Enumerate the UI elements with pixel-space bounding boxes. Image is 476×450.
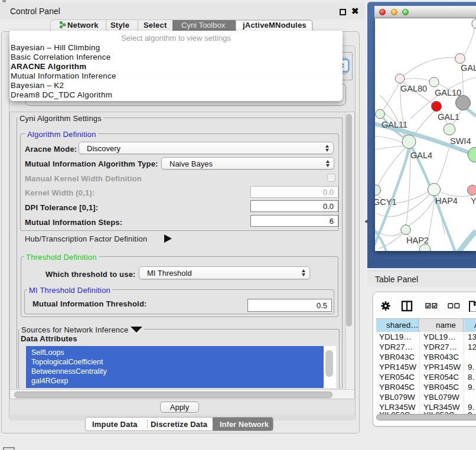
- svg-text:GAL11: GAL11: [382, 120, 407, 129]
- svg-text:HAP2: HAP2: [406, 236, 429, 245]
- svg-text:YJ: YJ: [471, 196, 476, 206]
- svg-text:GAL7: GAL7: [461, 63, 476, 73]
- svg-text:GCY1: GCY1: [375, 197, 397, 207]
- svg-text:GAL4: GAL4: [410, 151, 432, 160]
- svg-text:GAL1: GAL1: [438, 112, 459, 122]
- svg-text:GAL80: GAL80: [400, 84, 427, 93]
- svg-text:GAL10: GAL10: [435, 88, 461, 97]
- svg-text:HAP4: HAP4: [435, 196, 458, 206]
- svg-text:SWI4: SWI4: [450, 136, 471, 146]
